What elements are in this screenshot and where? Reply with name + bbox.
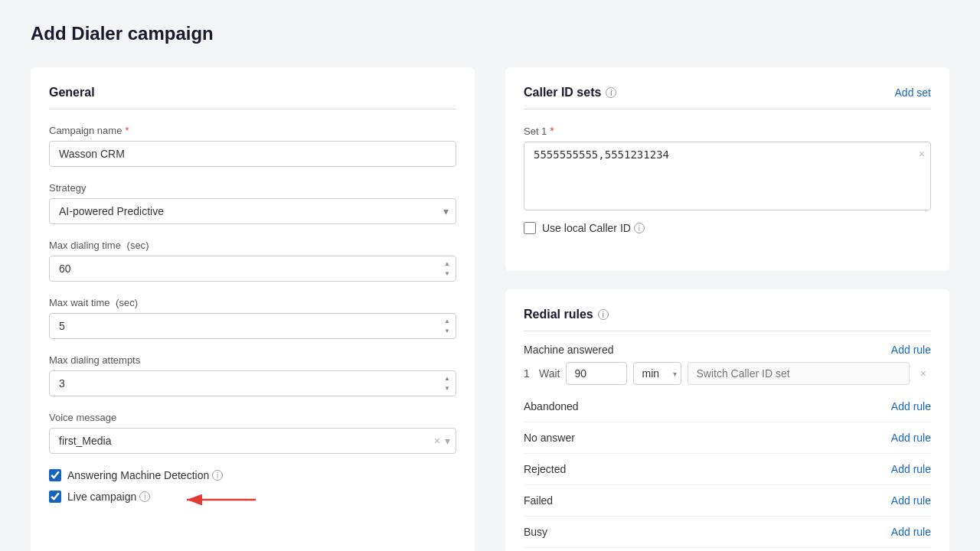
strategy-field: Strategy AI-powered Predictive Predictiv… xyxy=(49,182,456,224)
redial-rules-title: Redial rules i xyxy=(524,308,609,321)
max-dialing-time-input[interactable] xyxy=(49,256,456,282)
live-campaign-checkbox[interactable] xyxy=(49,491,61,503)
amd-info-icon[interactable]: i xyxy=(212,470,223,481)
amd-label: Answering Machine Detection i xyxy=(67,469,223,481)
machine-answered-label: Machine answered xyxy=(524,344,614,356)
max-dialing-time-wrapper: ▲ ▼ xyxy=(49,256,456,282)
max-dialing-time-field: Max dialing time (sec) ▲ ▼ xyxy=(49,240,456,282)
machine-answered-add-rule-link[interactable]: Add rule xyxy=(891,344,931,356)
max-wait-time-input[interactable] xyxy=(49,313,456,339)
no-answer-row: No answer Add rule xyxy=(524,422,931,454)
busy-label: Busy xyxy=(524,526,547,538)
campaign-name-input[interactable] xyxy=(49,141,456,167)
set1-required-star: * xyxy=(550,125,554,137)
strategy-select[interactable]: AI-powered Predictive Predictive Progres… xyxy=(49,198,456,224)
rule-number: 1 xyxy=(524,367,533,380)
max-dialing-attempts-wrapper: ▲ ▼ xyxy=(49,370,456,396)
rule-unit-select-wrapper: min sec hr ▾ xyxy=(633,362,681,385)
no-answer-add-rule-link[interactable]: Add rule xyxy=(891,432,931,444)
live-campaign-label: Live campaign i xyxy=(67,491,150,503)
max-dialing-time-spinners: ▲ ▼ xyxy=(441,259,453,279)
rule-wait-label: Wait xyxy=(539,367,560,380)
max-wait-time-field: Max wait time (sec) ▲ ▼ xyxy=(49,297,456,339)
general-section: General Campaign name * Strategy AI-powe… xyxy=(31,67,475,551)
rejected-row: Rejected Add rule xyxy=(524,454,931,485)
max-dialing-attempts-field: Max dialing attempts ▲ ▼ xyxy=(49,354,456,396)
redial-rules-info-icon[interactable]: i xyxy=(598,309,609,320)
caller-id-header: Caller ID sets i Add set xyxy=(524,86,931,109)
use-local-info-icon[interactable]: i xyxy=(634,223,645,233)
live-campaign-container: Live campaign i xyxy=(49,491,456,512)
set1-textarea-wrapper: 5555555555,5551231234 × xyxy=(524,142,931,213)
rejected-label: Rejected xyxy=(524,463,566,475)
voice-message-actions: × ▾ xyxy=(434,435,450,447)
set1-textarea[interactable]: 5555555555,5551231234 xyxy=(524,142,931,210)
max-wait-time-up[interactable]: ▲ xyxy=(441,317,453,326)
use-local-row: Use local Caller ID i xyxy=(524,222,931,234)
max-wait-time-spinners: ▲ ▼ xyxy=(441,317,453,336)
max-wait-time-label: Max wait time (sec) xyxy=(49,297,456,308)
voice-message-wrapper: × ▾ xyxy=(49,428,456,454)
max-dialing-attempts-up[interactable]: ▲ xyxy=(441,374,453,383)
set1-label-row: Set 1 * xyxy=(524,125,931,137)
redial-rules-header: Redial rules i xyxy=(524,308,931,331)
max-dialing-time-down[interactable]: ▼ xyxy=(441,269,453,279)
voice-message-input[interactable] xyxy=(49,428,456,454)
campaign-name-label: Campaign name * xyxy=(49,125,456,136)
max-wait-time-down[interactable]: ▼ xyxy=(441,327,453,336)
set1-clear-icon[interactable]: × xyxy=(919,148,925,160)
live-campaign-row: Live campaign i xyxy=(49,491,456,503)
max-wait-time-wrapper: ▲ ▼ xyxy=(49,313,456,339)
redial-rules-section: Redial rules i Machine answered Add rule… xyxy=(505,289,949,551)
page-title: Add Dialer campaign xyxy=(31,23,949,44)
max-dialing-attempts-label: Max dialing attempts xyxy=(49,354,456,366)
failed-row: Failed Add rule xyxy=(524,485,931,517)
voice-message-chevron-icon[interactable]: ▾ xyxy=(445,435,450,447)
max-dialing-attempts-down[interactable]: ▼ xyxy=(441,384,453,393)
strategy-select-wrapper: AI-powered Predictive Predictive Progres… xyxy=(49,198,456,224)
live-campaign-info-icon[interactable]: i xyxy=(139,491,150,502)
voice-message-clear-icon[interactable]: × xyxy=(434,435,440,447)
caller-id-section: Caller ID sets i Add set Set 1 * 5555555… xyxy=(505,67,949,271)
campaign-name-field: Campaign name * xyxy=(49,125,456,167)
use-local-checkbox[interactable] xyxy=(524,222,536,234)
redial-rows-list: Abandoned Add rule No answer Add rule Re… xyxy=(524,391,931,548)
switch-caller-id-input[interactable] xyxy=(688,362,909,385)
abandoned-add-rule-link[interactable]: Add rule xyxy=(891,400,931,412)
max-dialing-attempts-input[interactable] xyxy=(49,370,456,396)
general-section-title: General xyxy=(49,86,456,109)
required-star: * xyxy=(125,125,129,136)
amd-row: Answering Machine Detection i xyxy=(49,469,456,481)
failed-label: Failed xyxy=(524,494,553,507)
caller-id-title: Caller ID sets i xyxy=(524,86,616,99)
strategy-label: Strategy xyxy=(49,182,456,194)
voice-message-label: Voice message xyxy=(49,412,456,423)
rule-wait-input[interactable] xyxy=(566,362,627,385)
rejected-add-rule-link[interactable]: Add rule xyxy=(891,463,931,475)
rule-unit-select[interactable]: min sec hr xyxy=(633,362,681,385)
no-answer-label: No answer xyxy=(524,432,575,444)
right-panel: Caller ID sets i Add set Set 1 * 5555555… xyxy=(505,67,949,551)
add-set-link[interactable]: Add set xyxy=(895,86,931,99)
machine-answered-header: Machine answered Add rule xyxy=(524,344,931,356)
busy-row: Busy Add rule xyxy=(524,517,931,548)
rule-close-icon[interactable]: × xyxy=(916,366,931,381)
max-dialing-time-label: Max dialing time (sec) xyxy=(49,240,456,251)
max-dialing-time-up[interactable]: ▲ xyxy=(441,259,453,269)
abandoned-label: Abandoned xyxy=(524,400,579,412)
use-local-label: Use local Caller ID i xyxy=(542,222,645,234)
amd-checkbox[interactable] xyxy=(49,469,61,481)
machine-answered-section: Machine answered Add rule 1 Wait min sec… xyxy=(524,344,931,391)
failed-add-rule-link[interactable]: Add rule xyxy=(891,494,931,507)
abandoned-row: Abandoned Add rule xyxy=(524,391,931,422)
voice-message-field: Voice message × ▾ xyxy=(49,412,456,454)
busy-add-rule-link[interactable]: Add rule xyxy=(891,526,931,538)
max-dialing-attempts-spinners: ▲ ▼ xyxy=(441,374,453,393)
caller-id-info-icon[interactable]: i xyxy=(606,87,616,98)
machine-answered-rule: 1 Wait min sec hr ▾ × xyxy=(524,362,931,385)
